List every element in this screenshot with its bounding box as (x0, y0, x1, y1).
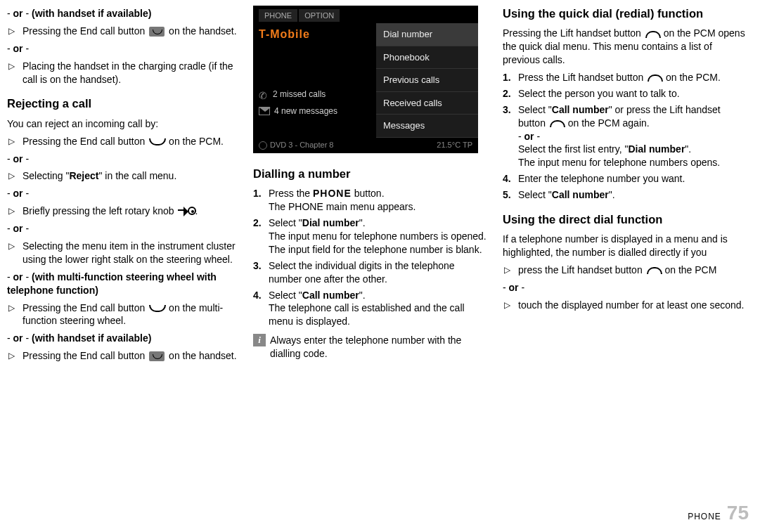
bullet-reject-stalk: ▷ Selecting the menu item in the instrum… (7, 240, 239, 266)
ss-menu-item: Dial number (376, 23, 478, 46)
step-num: 2. (503, 87, 518, 100)
page-number: 75 (727, 500, 749, 526)
step-num: 4. (253, 289, 269, 329)
lift-handset-icon (550, 120, 564, 127)
triangle-bullet-icon: ▷ (8, 60, 22, 87)
step-text: Select the person you want to talk to. (518, 87, 745, 100)
bullet-end-handset: ▷ Pressing the End call button on the ha… (7, 25, 239, 38)
bullet-text: Placing the handset in the charging crad… (22, 60, 239, 86)
ss-menu-item: Phonebook (376, 46, 478, 70)
lift-handset-icon (645, 31, 659, 38)
text: Pressing the End call button (22, 350, 148, 361)
step-text: Select "Call number".The telephone call … (269, 289, 489, 329)
ss-tabs: PHONEOPTION (259, 10, 341, 21)
or-line: - or - (7, 153, 239, 166)
bullet-cradle: ▷ Placing the handset in the charging cr… (7, 60, 239, 86)
triangle-bullet-icon: ▷ (504, 299, 518, 313)
or-mf-line: - or - (with multi-function steering whe… (7, 271, 239, 297)
triangle-bullet-icon: ▷ (8, 350, 22, 363)
bullet-text: Pressing the End call button on the PCM. (22, 135, 239, 148)
step-text: Press the PHONE button.The PHONE main me… (269, 187, 489, 214)
step-text: Select the individual digits in the tele… (269, 259, 489, 286)
bullet-text: Pressing the End call button on the hand… (22, 25, 239, 38)
step-num: 4. (503, 172, 518, 186)
bullet-reject-menu: ▷ Selecting "Reject" in the call menu. (7, 169, 239, 183)
step-num: 1. (253, 187, 269, 214)
triangle-bullet-icon: ▷ (8, 136, 22, 149)
ss-new-messages: 4 new messages (259, 105, 337, 117)
footer-label: PHONE (688, 511, 721, 522)
heading-quick-dial: Using the quick dial (redial) function (503, 6, 745, 21)
bullet-text: Selecting the menu item in the instrumen… (22, 240, 239, 266)
endcall-handset-icon (149, 351, 165, 361)
bullet-text: Briefly pressing the left rotary knob . (22, 205, 239, 218)
heading-dialling-number: Dialling a number (253, 166, 489, 181)
bullet-direct-press: ▷ press the Lift handset button on the P… (503, 264, 745, 277)
or-line: - or - (7, 222, 239, 235)
step-text: Press the Lift handset button on the PCM… (518, 71, 745, 84)
disc-icon (259, 141, 267, 150)
step-text: Enter the telephone number you want. (518, 172, 745, 186)
text: DVD 3 - Chapter 8 (270, 141, 333, 149)
or-line: - or - (7, 42, 239, 56)
bullet-text: Pressing the End call button on the mult… (22, 301, 239, 328)
column-3: Using the quick dial (redial) function P… (503, 6, 745, 367)
ss-menu-item: Previous calls (376, 69, 478, 92)
triangle-bullet-icon: ▷ (8, 25, 22, 39)
step-num: 1. (503, 71, 518, 84)
ss-left-info: 2 missed calls 4 new messages (259, 83, 337, 122)
ss-missed-calls: 2 missed calls (259, 89, 337, 100)
text: Briefly pressing the left rotary knob (22, 205, 176, 216)
step-num: 5. (503, 188, 518, 202)
ss-tab-phone: PHONE (259, 9, 297, 22)
page-footer: PHONE 75 (688, 500, 749, 526)
envelope-icon (259, 107, 270, 115)
phone-button-label: PHONE (313, 188, 352, 199)
step-num: 3. (253, 259, 269, 286)
or-line: - or - (7, 187, 239, 200)
ss-carrier: T-Mobile (259, 27, 310, 42)
ss-menu-item: Messages (376, 115, 478, 138)
ss-menu-item: Received calls (376, 92, 478, 115)
ss-bottom-bar: DVD 3 - Chapter 8 21.5°C TP (259, 140, 472, 150)
text: on the PCM. (166, 136, 224, 147)
bold-text: Reject (69, 170, 98, 181)
endcall-pcm-icon (149, 138, 165, 145)
step-num: 2. (253, 216, 269, 257)
rotary-knob-icon (178, 207, 193, 216)
column-1: - or - (with handset if available) ▷ Pre… (7, 6, 239, 367)
text: Pressing the End call button (22, 302, 148, 313)
bullet-text: touch the displayed number for at least … (518, 299, 745, 312)
ss-bottom-right: 21.5°C TP (437, 140, 472, 150)
step-text: Select "Call number". (518, 188, 745, 202)
bullet-text: Pressing the End call button on the hand… (22, 349, 239, 363)
triangle-bullet-icon: ▷ (504, 264, 518, 278)
endcall-pcm-icon (149, 305, 165, 312)
text: on the hand­set. (166, 350, 236, 361)
text: 2 missed calls (273, 89, 326, 100)
bullet-reject-pcm: ▷ Pressing the End call button on the PC… (7, 135, 239, 148)
bullet-reject-mf: ▷ Pressing the End call button on the mu… (7, 301, 239, 328)
or-handset-line-2: - or - (with handset if available) (7, 332, 239, 345)
ss-menu: Dial number Phonebook Previous calls Rec… (376, 23, 478, 138)
info-icon: i (253, 334, 266, 346)
column-2: PHONEOPTION T-Mobile 2 missed calls 4 ne… (253, 6, 489, 367)
info-text: Always enter the telephone number with t… (270, 334, 489, 361)
phone-icon (259, 89, 269, 99)
bullet-direct-touch: ▷ touch the displayed number for at leas… (503, 299, 745, 312)
or-handset-line: - or - (with handset if available) (7, 7, 239, 20)
bullet-text: Selecting "Reject" in the call menu. (22, 169, 239, 183)
lift-handset-icon (648, 74, 662, 82)
triangle-bullet-icon: ▷ (8, 205, 22, 219)
step-num: 3. (503, 103, 518, 169)
triangle-bullet-icon: ▷ (8, 302, 22, 329)
heading-rejecting-call: Rejecting a call (7, 96, 239, 111)
ss-bottom-left: DVD 3 - Chapter 8 (259, 140, 333, 150)
reject-intro: You can reject an incoming call by: (7, 117, 239, 131)
pcm-screenshot: PHONEOPTION T-Mobile 2 missed calls 4 ne… (253, 6, 478, 153)
text: Pressing the End call button (22, 136, 148, 147)
triangle-bullet-icon: ▷ (8, 240, 22, 267)
direct-intro: If a telephone number is displayed in a … (503, 233, 745, 259)
quick-steps: 1.Press the Lift handset button on the P… (503, 71, 745, 202)
or-line: - or - (503, 281, 745, 294)
